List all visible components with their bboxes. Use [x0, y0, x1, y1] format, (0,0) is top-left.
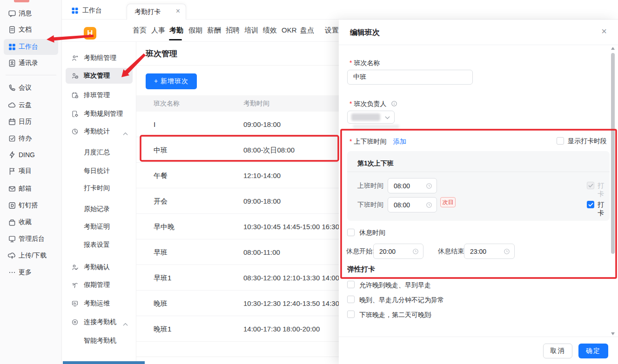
- sidebar-item-docs[interactable]: 文档: [4, 22, 58, 38]
- sidebar-item-more[interactable]: 更多: [4, 265, 58, 280]
- add-shift-button[interactable]: + 新增班次: [146, 73, 197, 89]
- close-tab-icon[interactable]: ×: [176, 7, 180, 15]
- menu-punch-time[interactable]: 打卡时间: [66, 180, 133, 196]
- table-row[interactable]: 早班08:00-11:00: [136, 239, 339, 265]
- pie-chart-icon: [71, 128, 79, 135]
- cancel-button[interactable]: 取消: [543, 344, 572, 358]
- modal-scrollbar[interactable]: [611, 46, 615, 337]
- tab-workbench[interactable]: 工作台: [71, 5, 102, 17]
- add-period-link[interactable]: 添加: [393, 138, 406, 145]
- flex-option-checkbox[interactable]: [347, 281, 355, 288]
- title-divider: [136, 65, 339, 66]
- start-time-input[interactable]: 08:00: [388, 178, 437, 193]
- sidebar-item-mail[interactable]: 邮箱: [4, 181, 58, 197]
- menu-attendance-group[interactable]: 考勤组管理: [66, 50, 133, 66]
- info-icon[interactable]: [391, 100, 397, 107]
- menu-report-settings[interactable]: 报表设置: [66, 237, 133, 253]
- menu-shift-manage[interactable]: 班次管理: [66, 68, 133, 84]
- flag-icon: [8, 167, 16, 175]
- start-punch-checkbox-disabled[interactable]: [587, 182, 594, 189]
- sidebar-item-contacts[interactable]: 通讯录: [4, 55, 58, 71]
- rest-start-label: 休息开始:: [346, 247, 374, 256]
- sidebar-item-favorites[interactable]: 收藏: [4, 214, 58, 230]
- menu-schedule-manage[interactable]: 排班管理: [66, 87, 133, 103]
- work-time-label: *上下班时间 添加: [349, 137, 406, 146]
- table-row[interactable]: 午餐12:10-14:00: [136, 163, 339, 188]
- sidebar-item-calendar[interactable]: 日历: [4, 114, 58, 130]
- builder-d-icon: [8, 201, 16, 210]
- close-icon[interactable]: ×: [601, 26, 607, 37]
- scroll-down-arrow-icon[interactable]: [611, 332, 615, 335]
- nav-home[interactable]: 首页: [133, 26, 147, 36]
- table-row-selected[interactable]: 中班08:00-次日08:00: [136, 137, 339, 163]
- rest-start-input[interactable]: 20:00: [373, 244, 423, 259]
- sidebar-item-meeting[interactable]: 会议: [4, 80, 58, 96]
- table-row[interactable]: 早中晚10:30-10:45 14:45-15:00 16:30-16: [136, 214, 339, 239]
- table-row[interactable]: 开会09:00-18:00: [136, 188, 339, 214]
- nav-recruit[interactable]: 招聘: [226, 26, 240, 36]
- nav-payroll[interactable]: 薪酬: [207, 26, 221, 36]
- sidebar-item-admin[interactable]: 管理后台: [4, 231, 58, 247]
- nav-okr[interactable]: OKR: [282, 26, 297, 36]
- cloud-upload-icon: [8, 251, 16, 260]
- sidebar-item-dingtalk-builder[interactable]: 钉钉搭: [4, 198, 58, 213]
- nav-training[interactable]: 培训: [244, 26, 258, 36]
- nav-settings[interactable]: 设置: [325, 26, 339, 36]
- cloud-icon: [8, 101, 16, 109]
- flex-option-checkbox[interactable]: [347, 296, 355, 303]
- tab-attendance-punch[interactable]: 考勤打卡 ×: [127, 4, 186, 20]
- menu-connect-machine[interactable]: 连接考勤机: [66, 314, 133, 330]
- chevron-up-icon[interactable]: [123, 320, 128, 324]
- modal-footer: 取消 确定: [339, 337, 618, 364]
- scroll-up-arrow-icon[interactable]: [611, 47, 615, 50]
- nav-attendance[interactable]: 考勤: [169, 26, 183, 36]
- chevron-up-icon[interactable]: [123, 129, 128, 133]
- edit-shift-modal: 编辑班次 × *班次名称 中班 *班次负责人 *上下班时间 添加 显示打卡时段 …: [339, 20, 618, 364]
- table-row[interactable]: 晚班10:30-12:30 12:40-13:50 14:30-19: [136, 291, 339, 316]
- sidebar-item-messages[interactable]: 消息: [4, 6, 58, 21]
- table-row[interactable]: 早班108:30-12:00 12:10-13:30 14:00-18: [136, 265, 339, 291]
- modal-header: 编辑班次 ×: [339, 20, 618, 45]
- sidebar-item-ding[interactable]: DING: [4, 147, 58, 163]
- menu-attendance-confirm[interactable]: 考勤确认: [66, 259, 133, 275]
- sidebar-item-todo[interactable]: 待办: [4, 131, 58, 146]
- menu-smart-machine[interactable]: 智能考勤机: [66, 333, 133, 349]
- menu-attendance-stats[interactable]: 考勤统计: [66, 124, 133, 139]
- grid-icon: [71, 7, 79, 14]
- info-icon[interactable]: [425, 312, 432, 318]
- menu-raw-records[interactable]: 原始记录: [66, 201, 133, 217]
- sidebar-item-transfer[interactable]: 上传/下载: [4, 248, 58, 264]
- menu-attendance-ops[interactable]: 考勤运维: [66, 296, 133, 311]
- table-row[interactable]: 晚班114:00-17:30 18:00-20:00: [136, 316, 339, 342]
- nav-performance[interactable]: 绩效: [263, 26, 277, 36]
- menu-monthly-summary[interactable]: 月度汇总: [66, 145, 133, 160]
- phone-icon: [8, 84, 16, 92]
- menu-rules-manage[interactable]: 考勤规则管理: [66, 106, 133, 122]
- end-time-input[interactable]: 08:00: [388, 197, 437, 212]
- rest-end-input[interactable]: 23:00: [464, 244, 515, 259]
- menu-attendance-proof[interactable]: 考勤证明: [66, 219, 133, 235]
- sidebar-item-project[interactable]: 项目: [4, 163, 58, 179]
- shift-name-input[interactable]: 中班: [347, 70, 473, 85]
- person-clock-icon: [71, 72, 79, 79]
- shift-manage-page: 班次管理 + 新增班次 班次名称 考勤时间 I09:00-18:00 中班08:…: [136, 42, 339, 364]
- rest-time-checkbox[interactable]: [347, 229, 355, 236]
- ellipsis-icon: [8, 268, 16, 277]
- end-punch-checkbox-checked[interactable]: [587, 201, 594, 208]
- sidebar-item-clouddrive[interactable]: 云盘: [4, 97, 58, 113]
- nav-holiday[interactable]: 假期: [188, 26, 202, 36]
- confirm-button[interactable]: 确定: [578, 344, 608, 358]
- flex-option-checkbox[interactable]: [347, 311, 355, 318]
- scrollbar-thumb[interactable]: [611, 53, 615, 254]
- hr-app-logo[interactable]: H: [84, 27, 96, 40]
- tab-bar: 工作台 考勤打卡 ×: [62, 0, 618, 20]
- clock-icon: [426, 183, 432, 189]
- menu-daily-stats[interactable]: 每日统计: [66, 163, 133, 179]
- table-row[interactable]: I09:00-18:00: [136, 112, 339, 137]
- nav-hr[interactable]: 人事: [151, 26, 165, 36]
- nav-inventory[interactable]: 盘点: [300, 26, 314, 36]
- show-punch-period-checkbox[interactable]: [557, 137, 564, 145]
- shift-manager-select[interactable]: [347, 111, 395, 124]
- menu-holiday-manage[interactable]: 假期管理: [66, 277, 133, 293]
- sidebar-item-workbench[interactable]: 工作台: [4, 39, 58, 55]
